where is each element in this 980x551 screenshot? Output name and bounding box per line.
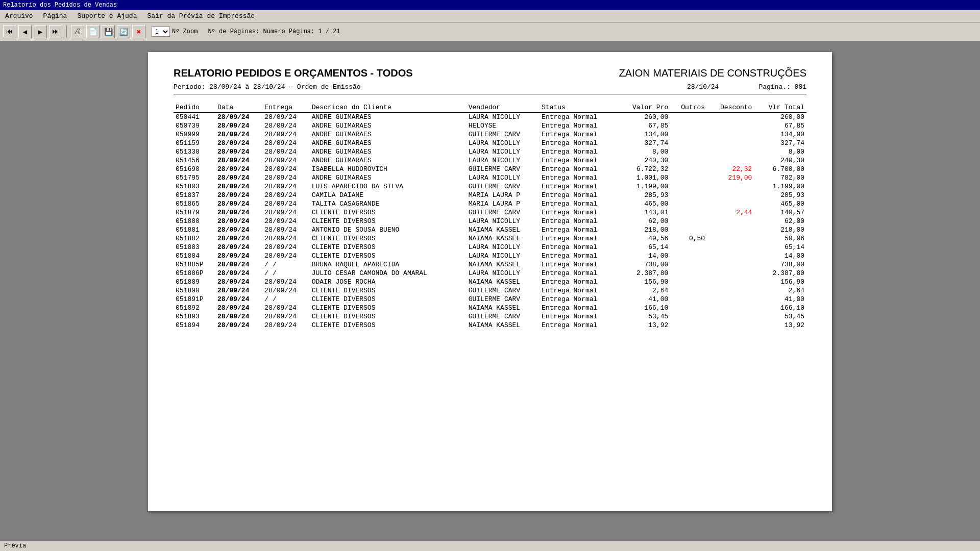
table-cell: Entrega Normal xyxy=(540,260,618,269)
table-cell: 051803 xyxy=(174,182,215,191)
table-cell: 62,00 xyxy=(618,217,671,226)
report-date: 28/10/24 xyxy=(687,83,719,91)
table-cell: 051159 xyxy=(174,139,215,147)
table-cell: ODAIR JOSE ROCHA xyxy=(310,278,467,286)
table-cell: 28/09/24 xyxy=(215,269,262,278)
table-row: 05145628/09/2428/09/24ANDRE GUIMARAESLAU… xyxy=(174,156,806,165)
last-page-button[interactable]: ⏭ xyxy=(49,25,62,38)
table-cell: ANTONIO DE SOUSA BUENO xyxy=(310,226,467,234)
table-cell: 28/09/24 xyxy=(215,208,262,217)
col-total: Vlr Total xyxy=(754,103,806,113)
table-cell: 051883 xyxy=(174,243,215,252)
report-title-row: RELATORIO PEDIDOS E ORÇAMENTOS - TODOS Z… xyxy=(174,67,806,79)
table-cell: 28/09/24 xyxy=(262,321,309,330)
close-button[interactable]: ✖ xyxy=(132,25,145,38)
table-cell xyxy=(707,147,754,156)
table-cell: 28/09/24 xyxy=(262,304,309,312)
table-cell: Entrega Normal xyxy=(540,252,618,260)
menu-arquivo[interactable]: Arquivo xyxy=(2,11,36,21)
table-cell xyxy=(670,113,707,122)
table-cell: 051882 xyxy=(174,234,215,243)
next-page-button[interactable]: ▶ xyxy=(34,25,47,38)
table-cell: 219,00 xyxy=(707,173,754,182)
table-cell: NAIAMA KASSEL xyxy=(467,260,540,269)
table-cell xyxy=(707,121,754,130)
table-cell: 1.199,00 xyxy=(618,182,671,191)
table-cell: 50,06 xyxy=(754,234,806,243)
table-cell: LAURA NICOLLY xyxy=(467,147,540,156)
table-cell xyxy=(670,243,707,252)
table-cell: 140,57 xyxy=(754,208,806,217)
table-cell: 2,64 xyxy=(754,286,806,295)
table-cell: LUIS APARECIDO DA SILVA xyxy=(310,182,467,191)
table-cell: Entrega Normal xyxy=(540,113,618,122)
table-cell: 67,85 xyxy=(754,121,806,130)
table-cell: LAURA NICOLLY xyxy=(467,113,540,122)
table-cell: 28/09/24 xyxy=(215,191,262,199)
view-button[interactable]: 📄 xyxy=(86,25,100,38)
table-cell: 051865 xyxy=(174,199,215,208)
table-cell: 465,00 xyxy=(754,199,806,208)
table-cell: 53,45 xyxy=(618,312,671,321)
table-cell: 465,00 xyxy=(618,199,671,208)
table-cell: / / xyxy=(262,295,309,304)
table-cell: 218,00 xyxy=(618,226,671,234)
table-cell: Entrega Normal xyxy=(540,295,618,304)
table-cell: 285,93 xyxy=(754,191,806,199)
table-cell: MARIA LAURA P xyxy=(467,191,540,199)
table-row: 05188028/09/2428/09/24CLIENTE DIVERSOSLA… xyxy=(174,217,806,226)
table-cell xyxy=(670,278,707,286)
table-cell: Entrega Normal xyxy=(540,165,618,173)
print-button[interactable]: 🖨 xyxy=(71,25,84,38)
table-cell: GUILERME CARV xyxy=(467,165,540,173)
menu-sair[interactable]: Sair da Prévia de Impressão xyxy=(144,11,258,21)
table-cell: 050441 xyxy=(174,113,215,122)
report-title: RELATORIO PEDIDOS E ORÇAMENTOS - TODOS xyxy=(174,67,413,79)
table-cell: 051837 xyxy=(174,191,215,199)
table-cell: 28/09/24 xyxy=(262,217,309,226)
table-cell: 28/09/24 xyxy=(215,260,262,269)
menu-pagina[interactable]: Página xyxy=(40,11,70,21)
table-row: 05188928/09/2428/09/24ODAIR JOSE ROCHANA… xyxy=(174,278,806,286)
table-cell: Entrega Normal xyxy=(540,199,618,208)
table-cell xyxy=(707,113,754,122)
prev-page-button[interactable]: ◀ xyxy=(18,25,32,38)
table-cell: 28/09/24 xyxy=(215,217,262,226)
title-bar-label: Relatorio dos Pedidos de Vendas xyxy=(3,2,117,9)
table-cell xyxy=(670,312,707,321)
zoom-select[interactable]: 1 xyxy=(152,27,170,37)
table-cell: NAIAMA KASSEL xyxy=(467,321,540,330)
menu-suporte[interactable]: Suporte e Ajuda xyxy=(74,11,140,21)
table-cell xyxy=(670,208,707,217)
table-cell: 051894 xyxy=(174,321,215,330)
table-cell: LAURA NICOLLY xyxy=(467,173,540,182)
table-cell: 41,00 xyxy=(618,295,671,304)
first-page-button[interactable]: ⏮ xyxy=(3,25,16,38)
table-cell: 051893 xyxy=(174,312,215,321)
table-cell: 051338 xyxy=(174,147,215,156)
table-cell xyxy=(707,252,754,260)
table-cell: 28/09/24 xyxy=(215,234,262,243)
col-cliente: Descricao do Cliente xyxy=(310,103,467,113)
refresh-button[interactable]: 🔄 xyxy=(117,25,130,38)
table-cell: 28/09/24 xyxy=(215,252,262,260)
table-cell: 28/09/24 xyxy=(215,173,262,182)
table-cell: 2,64 xyxy=(618,286,671,295)
table-cell: 051881 xyxy=(174,226,215,234)
table-row: 05169028/09/2428/09/24ISABELLA HUDOROVIC… xyxy=(174,165,806,173)
table-cell: 8,00 xyxy=(618,147,671,156)
table-cell: 28/09/24 xyxy=(215,286,262,295)
table-cell xyxy=(707,278,754,286)
table-cell: ANDRE GUIMARAES xyxy=(310,130,467,139)
table-cell: Entrega Normal xyxy=(540,312,618,321)
save-button[interactable]: 💾 xyxy=(102,25,115,38)
table-row: 051891P28/09/24/ /CLIENTE DIVERSOSGUILER… xyxy=(174,295,806,304)
table-cell: CLIENTE DIVERSOS xyxy=(310,252,467,260)
title-bar: Relatorio dos Pedidos de Vendas xyxy=(0,0,980,10)
table-cell xyxy=(670,147,707,156)
table-cell: 28/09/24 xyxy=(215,156,262,165)
table-cell: 051885P xyxy=(174,260,215,269)
table-cell: Entrega Normal xyxy=(540,304,618,312)
table-cell: Entrega Normal xyxy=(540,234,618,243)
table-cell xyxy=(707,234,754,243)
